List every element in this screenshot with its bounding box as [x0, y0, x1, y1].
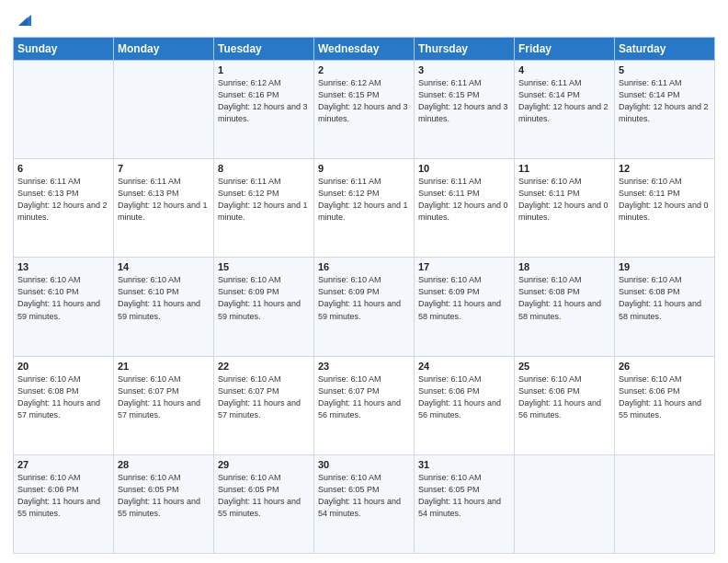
week-row-5: 27Sunrise: 6:10 AMSunset: 6:06 PMDayligh… — [14, 454, 715, 553]
day-number: 30 — [318, 459, 410, 470]
day-info: Sunrise: 6:10 AMSunset: 6:08 PMDaylight:… — [17, 373, 109, 421]
day-number: 18 — [518, 261, 610, 272]
day-info: Sunrise: 6:10 AMSunset: 6:11 PMDaylight:… — [518, 176, 610, 224]
day-info: Sunrise: 6:10 AMSunset: 6:07 PMDaylight:… — [218, 373, 310, 421]
day-number: 2 — [318, 64, 410, 75]
calendar-cell: 17Sunrise: 6:10 AMSunset: 6:09 PMDayligh… — [415, 258, 515, 356]
day-number: 11 — [518, 163, 610, 174]
calendar-cell: 19Sunrise: 6:10 AMSunset: 6:08 PMDayligh… — [615, 258, 715, 356]
calendar-cell: 21Sunrise: 6:10 AMSunset: 6:07 PMDayligh… — [114, 356, 214, 454]
day-info: Sunrise: 6:10 AMSunset: 6:07 PMDaylight:… — [118, 373, 210, 421]
day-number: 20 — [17, 361, 109, 372]
day-number: 24 — [418, 361, 510, 372]
calendar-cell — [615, 454, 715, 553]
calendar-cell: 1Sunrise: 6:12 AMSunset: 6:16 PMDaylight… — [214, 61, 314, 159]
calendar-cell: 12Sunrise: 6:10 AMSunset: 6:11 PMDayligh… — [615, 159, 715, 258]
day-info: Sunrise: 6:10 AMSunset: 6:10 PMDaylight:… — [118, 274, 210, 322]
week-row-4: 20Sunrise: 6:10 AMSunset: 6:08 PMDayligh… — [14, 356, 715, 454]
day-number: 27 — [17, 459, 109, 470]
day-number: 6 — [17, 163, 109, 174]
day-info: Sunrise: 6:11 AMSunset: 6:14 PMDaylight:… — [518, 77, 610, 125]
day-info: Sunrise: 6:10 AMSunset: 6:05 PMDaylight:… — [318, 472, 410, 520]
calendar-cell: 13Sunrise: 6:10 AMSunset: 6:10 PMDayligh… — [14, 258, 114, 356]
calendar-cell: 22Sunrise: 6:10 AMSunset: 6:07 PMDayligh… — [214, 356, 314, 454]
day-info: Sunrise: 6:11 AMSunset: 6:15 PMDaylight:… — [418, 77, 510, 125]
calendar-cell — [114, 61, 214, 159]
day-number: 4 — [518, 64, 610, 75]
calendar-cell: 29Sunrise: 6:10 AMSunset: 6:05 PMDayligh… — [214, 454, 314, 553]
day-info: Sunrise: 6:11 AMSunset: 6:13 PMDaylight:… — [118, 176, 210, 224]
day-number: 16 — [318, 261, 410, 272]
day-number: 22 — [218, 361, 310, 372]
day-number: 15 — [218, 261, 310, 272]
day-number: 13 — [17, 261, 109, 272]
day-number: 3 — [418, 64, 510, 75]
calendar-cell: 7Sunrise: 6:11 AMSunset: 6:13 PMDaylight… — [114, 159, 214, 258]
calendar-cell: 24Sunrise: 6:10 AMSunset: 6:06 PMDayligh… — [415, 356, 515, 454]
calendar-table: SundayMondayTuesdayWednesdayThursdayFrid… — [13, 37, 715, 554]
day-number: 26 — [619, 361, 711, 372]
calendar-cell: 6Sunrise: 6:11 AMSunset: 6:13 PMDaylight… — [14, 159, 114, 258]
calendar-cell: 27Sunrise: 6:10 AMSunset: 6:06 PMDayligh… — [14, 454, 114, 553]
day-number: 9 — [318, 163, 410, 174]
weekday-header-thursday: Thursday — [415, 38, 515, 61]
day-info: Sunrise: 6:10 AMSunset: 6:06 PMDaylight:… — [418, 373, 510, 421]
day-number: 23 — [318, 361, 410, 372]
calendar-cell: 9Sunrise: 6:11 AMSunset: 6:12 PMDaylight… — [314, 159, 415, 258]
weekday-header-saturday: Saturday — [615, 38, 715, 61]
day-number: 5 — [619, 64, 711, 75]
week-row-2: 6Sunrise: 6:11 AMSunset: 6:13 PMDaylight… — [14, 159, 715, 258]
calendar-cell: 31Sunrise: 6:10 AMSunset: 6:05 PMDayligh… — [415, 454, 515, 553]
calendar-cell: 8Sunrise: 6:11 AMSunset: 6:12 PMDaylight… — [214, 159, 314, 258]
calendar-cell: 5Sunrise: 6:11 AMSunset: 6:14 PMDaylight… — [615, 61, 715, 159]
page: SundayMondayTuesdayWednesdayThursdayFrid… — [0, 0, 728, 563]
calendar-cell: 3Sunrise: 6:11 AMSunset: 6:15 PMDaylight… — [415, 61, 515, 159]
day-info: Sunrise: 6:11 AMSunset: 6:12 PMDaylight:… — [318, 176, 410, 224]
calendar-cell: 23Sunrise: 6:10 AMSunset: 6:07 PMDayligh… — [314, 356, 415, 454]
weekday-header-tuesday: Tuesday — [214, 38, 314, 61]
day-number: 7 — [118, 163, 210, 174]
day-number: 1 — [218, 64, 310, 75]
week-row-3: 13Sunrise: 6:10 AMSunset: 6:10 PMDayligh… — [14, 258, 715, 356]
day-info: Sunrise: 6:10 AMSunset: 6:08 PMDaylight:… — [619, 274, 711, 322]
day-info: Sunrise: 6:10 AMSunset: 6:05 PMDaylight:… — [218, 472, 310, 520]
day-info: Sunrise: 6:11 AMSunset: 6:13 PMDaylight:… — [17, 176, 109, 224]
calendar-cell: 20Sunrise: 6:10 AMSunset: 6:08 PMDayligh… — [14, 356, 114, 454]
weekday-header-wednesday: Wednesday — [314, 38, 415, 61]
day-info: Sunrise: 6:10 AMSunset: 6:10 PMDaylight:… — [17, 274, 109, 322]
calendar-cell: 26Sunrise: 6:10 AMSunset: 6:06 PMDayligh… — [615, 356, 715, 454]
calendar-cell — [14, 61, 114, 159]
day-info: Sunrise: 6:11 AMSunset: 6:14 PMDaylight:… — [619, 77, 711, 125]
week-row-1: 1Sunrise: 6:12 AMSunset: 6:16 PMDaylight… — [14, 61, 715, 159]
day-info: Sunrise: 6:12 AMSunset: 6:15 PMDaylight:… — [318, 77, 410, 125]
day-info: Sunrise: 6:10 AMSunset: 6:08 PMDaylight:… — [518, 274, 610, 322]
weekday-header-friday: Friday — [515, 38, 615, 61]
calendar-cell: 15Sunrise: 6:10 AMSunset: 6:09 PMDayligh… — [214, 258, 314, 356]
day-info: Sunrise: 6:10 AMSunset: 6:09 PMDaylight:… — [218, 274, 310, 322]
day-number: 21 — [118, 361, 210, 372]
day-number: 14 — [118, 261, 210, 272]
day-info: Sunrise: 6:10 AMSunset: 6:05 PMDaylight:… — [418, 472, 510, 520]
header — [13, 9, 715, 29]
calendar-cell: 30Sunrise: 6:10 AMSunset: 6:05 PMDayligh… — [314, 454, 415, 553]
day-info: Sunrise: 6:10 AMSunset: 6:11 PMDaylight:… — [619, 176, 711, 224]
day-info: Sunrise: 6:10 AMSunset: 6:09 PMDaylight:… — [418, 274, 510, 322]
day-info: Sunrise: 6:11 AMSunset: 6:11 PMDaylight:… — [418, 176, 510, 224]
day-number: 8 — [218, 163, 310, 174]
logo — [13, 9, 35, 29]
day-info: Sunrise: 6:10 AMSunset: 6:06 PMDaylight:… — [17, 472, 109, 520]
calendar-cell: 4Sunrise: 6:11 AMSunset: 6:14 PMDaylight… — [515, 61, 615, 159]
calendar-cell: 25Sunrise: 6:10 AMSunset: 6:06 PMDayligh… — [515, 356, 615, 454]
calendar-cell: 11Sunrise: 6:10 AMSunset: 6:11 PMDayligh… — [515, 159, 615, 258]
day-number: 28 — [118, 459, 210, 470]
calendar-cell: 18Sunrise: 6:10 AMSunset: 6:08 PMDayligh… — [515, 258, 615, 356]
day-number: 19 — [619, 261, 711, 272]
weekday-header-monday: Monday — [114, 38, 214, 61]
calendar-cell — [515, 454, 615, 553]
day-number: 31 — [418, 459, 510, 470]
day-info: Sunrise: 6:11 AMSunset: 6:12 PMDaylight:… — [218, 176, 310, 224]
calendar-cell: 10Sunrise: 6:11 AMSunset: 6:11 PMDayligh… — [415, 159, 515, 258]
day-info: Sunrise: 6:10 AMSunset: 6:06 PMDaylight:… — [619, 373, 711, 421]
day-number: 17 — [418, 261, 510, 272]
calendar-cell: 28Sunrise: 6:10 AMSunset: 6:05 PMDayligh… — [114, 454, 214, 553]
